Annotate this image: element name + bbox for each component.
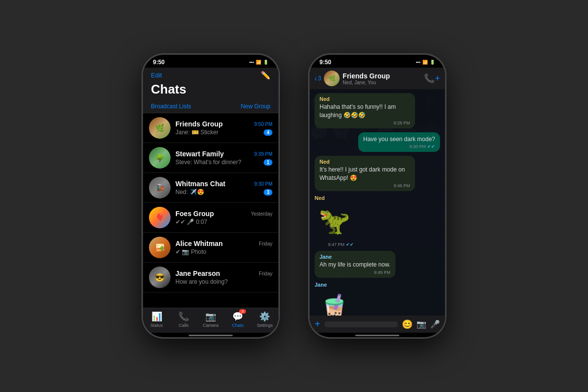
msg-tick: ✔✔	[427, 144, 435, 149]
status-icons: ▪▪▪ 📶 🔋	[416, 60, 435, 65]
home-bar	[355, 335, 399, 336]
avatar-whitmans-chat	[149, 177, 171, 198]
message-ned-2: Ned It's here!! I just got dark mode on …	[315, 156, 415, 191]
chats-tab-label: Chats	[232, 323, 244, 328]
notch	[353, 55, 402, 67]
chat-item-stewart-family[interactable]: Stewart Family 9:39 PM Steve: What's for…	[143, 143, 278, 173]
msg-meta: 9:49 PM	[319, 270, 391, 275]
chat-name: Jane Pearson	[175, 270, 220, 277]
microphone-icon[interactable]: 🎤	[430, 319, 440, 329]
tab-status[interactable]: 📊 Status	[143, 311, 170, 328]
msg-text: Hahaha that's so funny!! I am laughing 🤣…	[319, 103, 410, 120]
group-name: Friends Group	[343, 72, 421, 80]
message-ned-1: Ned Hahaha that's so funny!! I am laughi…	[315, 93, 415, 128]
video-call-icon[interactable]: 📞+	[424, 73, 440, 84]
avatar-foes-group	[149, 207, 171, 228]
chat-item-foes-group[interactable]: Foes Group Yesterday ✔✔ 🎤 0:07	[143, 203, 278, 233]
compose-icon[interactable]: ✏️	[261, 71, 270, 80]
msg-meta: 9:47 PM ✔✔	[315, 242, 354, 247]
msg-text: Have you seen dark mode?	[363, 135, 435, 144]
chat-list: Friends Group 9:50 PM Jane: 🎫 Sticker 4	[143, 113, 278, 308]
status-icons: ▪▪▪ 📶 🔋	[249, 60, 269, 65]
tab-settings[interactable]: ⚙️ Settings	[251, 311, 278, 328]
chat-item-whitmans-chat[interactable]: Whitmans Chat 9:30 PM Ned: ✈️😍 3	[143, 173, 278, 203]
chat-info-foes-group: Foes Group Yesterday ✔✔ 🎤 0:07	[175, 210, 272, 225]
message-ned-sticker: Ned 🦖 9:47 PM ✔✔	[315, 195, 354, 247]
chats-subheader: Broadcast Lists New Group	[143, 101, 278, 113]
camera-icon[interactable]: 📷	[416, 319, 426, 329]
status-tab-label: Status	[150, 323, 163, 328]
chat-info-jane-pearson: Jane Pearson Friday How are you doing?	[175, 270, 272, 285]
battery-icon: 🔋	[263, 60, 269, 65]
msg-sender-ned: Ned	[319, 159, 410, 165]
msg-tick: ✔✔	[346, 242, 354, 247]
msg-time: 9:49 PM	[374, 270, 391, 275]
emoji-icon[interactable]: 😊	[402, 319, 413, 330]
camera-tab-label: Camera	[203, 323, 219, 328]
chat-name: Friends Group	[175, 120, 222, 128]
chat-item-jane-pearson[interactable]: Jane Pearson Friday How are you doing?	[143, 263, 278, 293]
dinosaur-sticker: 🦖	[315, 202, 354, 241]
messages-area: Ned Hahaha that's so funny!! I am laughi…	[310, 89, 445, 316]
unread-badge: 4	[264, 129, 272, 136]
msg-text: It's here!! I just got dark mode on What…	[319, 166, 410, 182]
message-jane-1: Jane Ah my life is complete now. 9:49 PM	[315, 251, 395, 278]
status-time: 9:50	[153, 59, 165, 66]
chat-info-stewart-family: Stewart Family 9:39 PM Steve: What's for…	[175, 150, 272, 166]
camera-tab-icon: 📷	[205, 311, 216, 322]
notch	[186, 55, 235, 67]
avatar-alice-whitman	[149, 237, 171, 258]
chats-screen: Edit ✏️ Chats Broadcast Lists New Group	[143, 68, 278, 337]
home-indicator	[310, 333, 445, 337]
message-input[interactable]	[324, 321, 398, 327]
input-bar: + 😊 📷 🎤	[310, 316, 445, 333]
msg-sender-ned: Ned	[319, 96, 410, 102]
msg-time: 9:46 PM	[393, 183, 410, 188]
group-avatar: 🌿	[324, 71, 340, 86]
new-group-link[interactable]: New Group	[241, 103, 270, 110]
settings-tab-label: Settings	[257, 323, 273, 328]
msg-sender-jane: Jane	[315, 282, 354, 288]
phone-chats: 9:50 ▪▪▪ 📶 🔋 Edit ✏️ Chats Broadcast Lis…	[142, 54, 279, 338]
chat-preview: Jane: 🎫 Sticker	[175, 129, 264, 136]
wifi-icon: 📶	[422, 60, 428, 65]
coffee-sticker: 🧋	[315, 289, 354, 316]
tab-camera[interactable]: 📷 Camera	[197, 311, 224, 328]
chat-preview: ✔ 📷 Photo	[175, 248, 272, 255]
chat-info-whitmans-chat: Whitmans Chat 9:30 PM Ned: ✈️😍 3	[175, 180, 272, 196]
tab-chats[interactable]: 💬 3 Chats	[224, 311, 251, 328]
back-chevron-icon: ‹	[315, 74, 317, 82]
message-outgoing-1: Have you seen dark mode? 9:30 PM ✔✔	[358, 132, 440, 152]
tab-calls[interactable]: 📞 Calls	[170, 311, 197, 328]
home-indicator	[143, 333, 278, 337]
settings-tab-icon: ⚙️	[259, 311, 270, 322]
edit-button[interactable]: Edit	[151, 72, 162, 79]
battery-icon: 🔋	[430, 60, 435, 65]
home-bar	[189, 335, 233, 336]
group-info[interactable]: Friends Group Ned, Jane, You	[343, 72, 421, 85]
chats-tab-badge: 3	[239, 309, 246, 314]
broadcast-lists-link[interactable]: Broadcast Lists	[151, 103, 191, 110]
message-jane-sticker: Jane 🧋 9:50 PM	[315, 282, 354, 316]
chat-time: 9:30 PM	[254, 181, 272, 187]
chat-name: Alice Whitman	[175, 240, 222, 247]
msg-text: Ah my life is complete now.	[319, 261, 391, 269]
back-button[interactable]: ‹ 3	[315, 74, 321, 82]
msg-time: 9:47 PM	[328, 242, 344, 247]
signal-icon: ▪▪▪	[249, 60, 254, 65]
avatar-stewart-family	[149, 147, 171, 169]
chats-header-top: Edit ✏️	[151, 71, 270, 80]
chat-preview: Ned: ✈️😍	[175, 189, 264, 196]
chat-time: Friday	[259, 241, 272, 246]
msg-time: 9:28 PM	[393, 121, 410, 125]
msg-meta: 9:28 PM	[319, 121, 410, 125]
msg-meta: 9:30 PM ✔✔	[363, 144, 435, 149]
add-attachment-icon[interactable]: +	[315, 318, 320, 330]
calls-tab-label: Calls	[179, 323, 189, 328]
chat-preview-row: Jane: 🎫 Sticker 4	[175, 129, 272, 136]
chat-item-alice-whitman[interactable]: Alice Whitman Friday ✔ 📷 Photo	[143, 233, 278, 263]
chat-info-friends-group: Friends Group 9:50 PM Jane: 🎫 Sticker 4	[175, 120, 272, 136]
chat-name-row: Friends Group 9:50 PM	[175, 120, 272, 128]
chat-time: Friday	[259, 271, 272, 276]
chat-item-friends-group[interactable]: Friends Group 9:50 PM Jane: 🎫 Sticker 4	[143, 113, 278, 143]
